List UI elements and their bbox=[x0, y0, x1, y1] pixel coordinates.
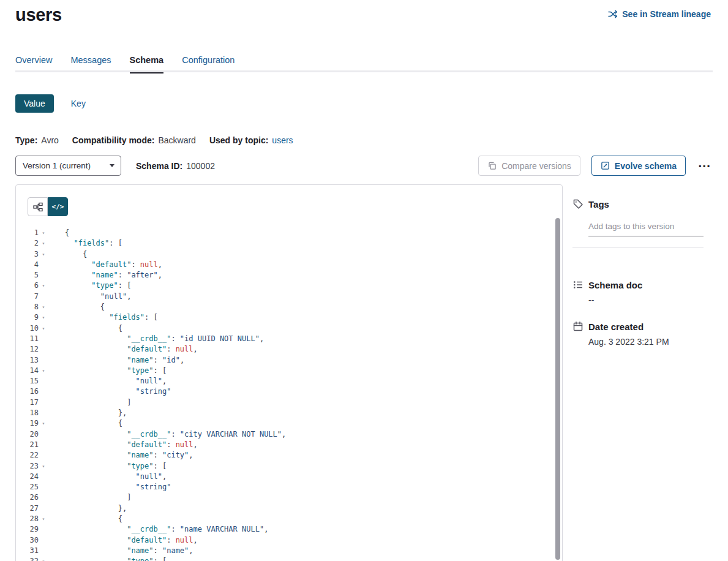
line-number: 27 bbox=[16, 503, 39, 514]
evolve-schema-button[interactable]: Evolve schema bbox=[591, 156, 686, 176]
code-text: "fields": [ bbox=[48, 312, 158, 323]
line-number: 29 bbox=[16, 524, 39, 535]
collapse-spacer bbox=[39, 535, 48, 546]
key-toggle-link[interactable]: Key bbox=[71, 99, 86, 108]
evolve-schema-label: Evolve schema bbox=[615, 161, 677, 171]
code-view-button[interactable]: </> bbox=[48, 197, 68, 216]
line-number: 2 bbox=[16, 238, 39, 249]
collapse-toggle-icon[interactable]: ▾ bbox=[39, 514, 48, 524]
code-text: "name": "after", bbox=[48, 270, 162, 280]
collapse-toggle-icon[interactable]: ▾ bbox=[39, 461, 48, 472]
schema-id-value: 100002 bbox=[186, 161, 215, 171]
collapse-spacer bbox=[39, 344, 48, 355]
code-line: 5 "name": "after", bbox=[16, 270, 554, 280]
code-text: { bbox=[48, 228, 69, 238]
collapse-toggle-icon[interactable]: ▾ bbox=[39, 366, 48, 376]
code-line: 6▾ "type": [ bbox=[16, 280, 554, 291]
code-line: 26 ] bbox=[16, 492, 554, 503]
code-text: "default": null, bbox=[48, 344, 198, 355]
line-number: 14 bbox=[16, 366, 39, 376]
code-text: "null", bbox=[48, 376, 167, 386]
collapse-spacer bbox=[39, 524, 48, 535]
code-line: 17 ] bbox=[16, 397, 554, 408]
line-number: 31 bbox=[16, 546, 39, 556]
schema-doc-header: Schema doc bbox=[572, 279, 642, 290]
collapse-toggle-icon[interactable]: ▾ bbox=[39, 556, 48, 561]
date-created-value: Aug. 3 2022 3:21 PM bbox=[588, 337, 669, 347]
code-line: 14▾ "type": [ bbox=[16, 366, 554, 376]
code-editor[interactable]: 1▾{2▾ "fields": [3▾ {4 "default": null,5… bbox=[16, 228, 554, 561]
tree-view-button[interactable] bbox=[28, 197, 48, 216]
line-number: 28 bbox=[16, 514, 39, 524]
page-title: users bbox=[15, 5, 62, 25]
collapse-toggle-icon[interactable]: ▾ bbox=[39, 418, 48, 429]
code-line: 30 "default": null, bbox=[16, 535, 554, 546]
compatibility-value: Backward bbox=[158, 135, 195, 145]
line-number: 17 bbox=[16, 397, 39, 408]
code-line: 21 "default": null, bbox=[16, 440, 554, 450]
topic-link[interactable]: users bbox=[272, 135, 293, 145]
collapse-spacer bbox=[39, 503, 48, 514]
tag-icon bbox=[572, 198, 584, 209]
value-toggle-button[interactable]: Value bbox=[15, 94, 54, 113]
collapse-toggle-icon[interactable]: ▾ bbox=[39, 323, 48, 334]
code-text: "name": "name", bbox=[48, 546, 193, 556]
line-number: 3 bbox=[16, 249, 39, 260]
line-number: 24 bbox=[16, 472, 39, 482]
collapse-spacer bbox=[39, 270, 48, 280]
code-line: 25 "string" bbox=[16, 482, 554, 492]
collapse-toggle-icon[interactable]: ▾ bbox=[39, 312, 48, 323]
line-number: 23 bbox=[16, 461, 39, 472]
compare-versions-button[interactable]: Compare versions bbox=[478, 156, 580, 176]
code-text: { bbox=[48, 323, 122, 334]
code-line: 12 "default": null, bbox=[16, 344, 554, 355]
line-number: 26 bbox=[16, 492, 39, 503]
collapse-spacer bbox=[39, 482, 48, 492]
tags-title: Tags bbox=[588, 199, 609, 209]
editor-view-toggle: </> bbox=[28, 197, 68, 216]
tree-view-icon bbox=[33, 202, 43, 212]
collapse-toggle-icon[interactable]: ▾ bbox=[39, 302, 48, 312]
collapse-toggle-icon[interactable]: ▾ bbox=[39, 280, 48, 291]
line-number: 25 bbox=[16, 482, 39, 492]
collapse-spacer bbox=[39, 334, 48, 344]
version-select[interactable]: Version 1 (current) bbox=[15, 156, 121, 176]
value-key-toggle: Value Key bbox=[15, 94, 86, 113]
collapse-spacer bbox=[39, 429, 48, 440]
code-text: "default": null, bbox=[48, 440, 198, 450]
code-line: 8▾ { bbox=[16, 302, 554, 312]
code-line: 10▾ { bbox=[16, 323, 554, 334]
list-icon bbox=[572, 279, 584, 290]
scrollbar-thumb[interactable] bbox=[555, 218, 560, 560]
code-text: "type": [ bbox=[48, 366, 167, 376]
line-number: 19 bbox=[16, 418, 39, 429]
code-text: "default": null, bbox=[48, 535, 198, 546]
stream-lineage-link[interactable]: See in Stream lineage bbox=[608, 9, 711, 19]
schema-doc-title: Schema doc bbox=[588, 280, 642, 290]
collapse-spacer bbox=[39, 546, 48, 556]
line-number: 20 bbox=[16, 429, 39, 440]
add-tags-input[interactable] bbox=[588, 219, 704, 236]
code-line: 18 }, bbox=[16, 408, 554, 418]
code-text: ] bbox=[48, 397, 131, 408]
code-text: ] bbox=[48, 492, 131, 503]
code-text: "type": [ bbox=[48, 461, 167, 472]
collapse-toggle-icon[interactable]: ▾ bbox=[39, 249, 48, 260]
date-created-header: Date created bbox=[572, 321, 644, 332]
code-line: 29 "__crdb__": "name VARCHAR NULL", bbox=[16, 524, 554, 535]
collapse-toggle-icon[interactable]: ▾ bbox=[39, 238, 48, 249]
calendar-icon bbox=[572, 321, 584, 332]
type-label: Type: bbox=[15, 135, 37, 145]
copy-icon bbox=[487, 161, 497, 170]
schema-editor-card: </> 1▾{2▾ "fields": [3▾ {4 "default": nu… bbox=[15, 184, 563, 561]
schema-doc-value: -- bbox=[588, 295, 594, 305]
line-number: 6 bbox=[16, 280, 39, 291]
code-text: "type": [ bbox=[48, 556, 167, 561]
code-line: 11 "__crdb__": "id UUID NOT NULL", bbox=[16, 334, 554, 344]
more-options-button[interactable]: ⋯ bbox=[697, 159, 713, 172]
line-number: 13 bbox=[16, 355, 39, 366]
line-number: 16 bbox=[16, 386, 39, 397]
line-number: 10 bbox=[16, 323, 39, 334]
collapse-toggle-icon[interactable]: ▾ bbox=[39, 228, 48, 238]
code-line: 15 "null", bbox=[16, 376, 554, 386]
